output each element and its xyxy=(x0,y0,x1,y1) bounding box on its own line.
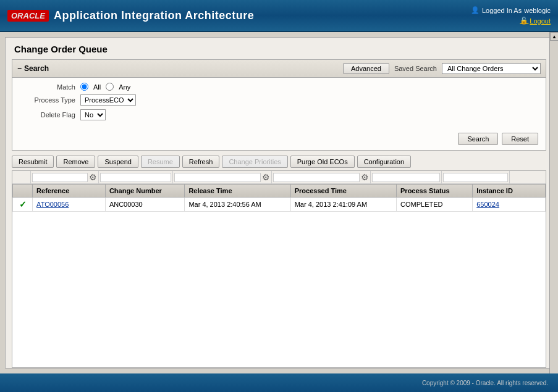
purge-old-ecos-button[interactable]: Purge Old ECOs xyxy=(290,156,355,168)
search-label: Search xyxy=(24,64,49,73)
col-header-check xyxy=(13,185,33,198)
results-table: Reference Change Number Release Time Pro… xyxy=(12,184,546,212)
row-change-number: ANC00030 xyxy=(105,198,184,212)
username: weblogic xyxy=(524,7,551,14)
app-title: Application Integration Architecture xyxy=(54,9,254,22)
match-radio-group: All Any xyxy=(80,83,130,91)
filter-change-cell xyxy=(99,171,173,183)
suspend-button[interactable]: Suspend xyxy=(98,156,138,168)
row-instance-id[interactable]: 650024 xyxy=(473,198,546,212)
scrollbar[interactable]: ▲ xyxy=(549,32,558,373)
row-reference[interactable]: ATO00056 xyxy=(33,198,106,212)
match-any-label: Any xyxy=(119,83,130,91)
user-info: 👤 Logged In As weblogic xyxy=(471,6,551,14)
delete-flag-row: Delete Flag No xyxy=(20,109,538,120)
table-container: ⚙ ⚙ ⚙ Referenc xyxy=(12,170,546,368)
process-type-select[interactable]: ProcessECO xyxy=(80,94,136,106)
process-type-row: Process Type ProcessECO xyxy=(20,94,538,106)
search-button[interactable]: Search xyxy=(458,133,498,145)
col-header-processed-time[interactable]: Processed Time xyxy=(290,185,396,198)
filter-reference-cell: ⚙ xyxy=(31,171,99,183)
filter-release-cell: ⚙ xyxy=(173,171,272,183)
col-header-reference[interactable]: Reference xyxy=(33,185,106,198)
delete-flag-select[interactable]: No xyxy=(80,109,106,120)
filter-instance-cell xyxy=(442,171,510,183)
main-container: Change Order Queue − Search Advanced Sav… xyxy=(5,37,553,369)
reset-button[interactable]: Reset xyxy=(502,133,538,145)
search-section: − Search Advanced Saved Search All Chang… xyxy=(12,59,546,151)
table-row[interactable]: ✓ATO00056ANC00030Mar 4, 2013 2:40:56 AMM… xyxy=(13,198,546,212)
filter-instance-input[interactable] xyxy=(443,173,508,182)
match-all-label: All xyxy=(93,83,101,91)
search-toggle[interactable]: − Search xyxy=(17,64,49,73)
resume-button[interactable]: Resume xyxy=(141,156,180,168)
header-left: ORACLE Application Integration Architect… xyxy=(7,9,254,22)
search-body: Match All Any Process Type ProcessECO De… xyxy=(12,78,546,129)
logout-icon: 🔓 xyxy=(520,17,528,25)
row-processed-time: Mar 4, 2013 2:41:09 AM xyxy=(290,198,396,212)
match-label: Match xyxy=(20,83,75,91)
row-process-status: COMPLETED xyxy=(397,198,473,212)
match-any-radio[interactable] xyxy=(106,83,114,91)
table-filter-row: ⚙ ⚙ ⚙ xyxy=(12,171,546,184)
logged-in-label: Logged In As xyxy=(482,7,522,14)
filter-processed-cell: ⚙ xyxy=(272,171,371,183)
filter-reference-icon[interactable]: ⚙ xyxy=(89,172,97,182)
table-header-row: Reference Change Number Release Time Pro… xyxy=(13,185,546,198)
col-header-process-status[interactable]: Process Status xyxy=(397,185,473,198)
row-release-time: Mar 4, 2013 2:40:56 AM xyxy=(185,198,290,212)
filter-processed-icon[interactable]: ⚙ xyxy=(361,172,369,182)
header: ORACLE Application Integration Architect… xyxy=(0,0,558,32)
filter-check-cell xyxy=(12,171,31,183)
col-header-change-number[interactable]: Change Number xyxy=(105,185,184,198)
match-all-radio[interactable] xyxy=(80,83,88,91)
header-right: 👤 Logged In As weblogic 🔓 Logout xyxy=(471,6,551,25)
col-header-release-time[interactable]: Release Time xyxy=(185,185,290,198)
search-actions: Search Reset xyxy=(12,129,546,150)
user-icon: 👤 xyxy=(471,6,480,14)
filter-status-input[interactable] xyxy=(372,173,440,182)
resubmit-button[interactable]: Resubmit xyxy=(12,156,54,168)
check-mark-icon: ✓ xyxy=(19,199,27,209)
logout-link[interactable]: 🔓 Logout xyxy=(520,17,551,25)
search-collapse-icon: − xyxy=(17,64,22,73)
filter-change-input[interactable] xyxy=(100,173,171,182)
refresh-button[interactable]: Refresh xyxy=(182,156,220,168)
delete-flag-label: Delete Flag xyxy=(20,111,75,119)
scroll-up[interactable]: ▲ xyxy=(550,32,558,41)
search-header-right: Advanced Saved Search All Change Orders xyxy=(343,63,541,74)
oracle-logo: ORACLE xyxy=(7,10,49,22)
filter-reference-input[interactable] xyxy=(32,173,88,182)
match-row: Match All Any xyxy=(20,83,538,91)
page-title: Change Order Queue xyxy=(6,38,552,59)
saved-search-label: Saved Search xyxy=(394,65,437,72)
advanced-button[interactable]: Advanced xyxy=(343,63,389,74)
filter-processed-input[interactable] xyxy=(273,173,360,182)
search-header: − Search Advanced Saved Search All Chang… xyxy=(12,60,546,78)
col-header-instance-id[interactable]: Instance ID xyxy=(473,185,546,198)
toolbar: Resubmit Remove Suspend Resume Refresh C… xyxy=(12,156,546,168)
footer-copyright: Copyright © 2009 - Oracle. All rights re… xyxy=(422,380,548,386)
saved-search-select[interactable]: All Change Orders xyxy=(442,63,541,74)
logout-label: Logout xyxy=(530,17,551,25)
instance-id-link[interactable]: 650024 xyxy=(476,201,499,208)
filter-release-icon[interactable]: ⚙ xyxy=(262,172,270,182)
change-priorities-button[interactable]: Change Priorities xyxy=(222,156,287,168)
filter-status-cell xyxy=(371,171,442,183)
row-check: ✓ xyxy=(13,198,33,212)
reference-link[interactable]: ATO00056 xyxy=(36,201,69,208)
configuration-button[interactable]: Configuration xyxy=(357,156,411,168)
footer: Copyright © 2009 - Oracle. All rights re… xyxy=(0,373,558,392)
filter-release-input[interactable] xyxy=(174,173,261,182)
process-type-label: Process Type xyxy=(20,96,75,104)
remove-button[interactable]: Remove xyxy=(56,156,95,168)
